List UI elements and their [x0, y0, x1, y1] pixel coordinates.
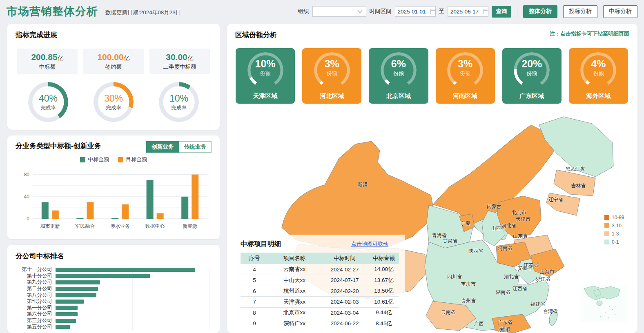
rank-label: 第三分公司	[16, 317, 56, 324]
ring-percent: 40%	[39, 93, 58, 104]
project-detail-overlay: 中标项目明细 点击地图可联动 序号项目名称中标时间中标金额 4云南省xx2024…	[235, 235, 405, 333]
region-card-海外区域[interactable]: 4%份额海外区域	[569, 48, 628, 104]
date-to-input[interactable]	[450, 9, 481, 15]
table-row[interactable]: 7天津滨xx2024-02-0310.61亿	[241, 297, 399, 308]
region-card-河南区域[interactable]: 3%份额河南区域	[436, 48, 495, 104]
period-label: 时间区间	[370, 8, 392, 15]
table-row[interactable]: 6杭州道xx2024-02-2013.50亿	[241, 286, 399, 297]
completion-ring-2: 30%完成率	[94, 82, 134, 122]
region-card-河北区域[interactable]: 3%份额河北区域	[302, 48, 361, 104]
svg-text:涉水业务: 涉水业务	[110, 223, 130, 229]
rank-bar	[56, 300, 84, 304]
map-legend-item: 3-10	[604, 223, 624, 229]
progress-panel: 指标完成进展 200.85亿中标额100.00亿签约额30.00亿二季度中标额 …	[7, 24, 220, 130]
column-header: 中标时间	[321, 253, 369, 264]
business-bar-chart: 04080城市更新军民融合涉水业务数据中心新能源	[16, 163, 212, 232]
table-cell: 2024-02-20	[321, 286, 369, 297]
rank-label: 第五分公司	[16, 324, 56, 331]
rank-label: 第六分公司	[16, 311, 56, 317]
table-row[interactable]: 5中山大xx2024-07-1713.67亿	[241, 275, 399, 286]
province-taiwan[interactable]	[548, 309, 559, 326]
table-cell: 2024-02-03	[321, 297, 369, 308]
bar-中标金额-军民融合	[76, 218, 83, 219]
map-legend-swatch	[604, 215, 609, 220]
table-cell: 2024-03-04	[321, 307, 369, 318]
project-table-title: 中标项目明细	[241, 240, 281, 249]
nav-button-2[interactable]: 投标分析	[563, 5, 597, 18]
rank-bar	[56, 268, 195, 272]
table-cell: 4	[241, 264, 268, 275]
stat-value: 30.00亿	[166, 52, 194, 62]
gauge-percent: 10%	[236, 58, 295, 70]
rank-row-10: 第五分公司	[16, 324, 212, 330]
legend-item: 目标金额	[118, 156, 147, 163]
region-card-天津区域[interactable]: 10%份额天津区域	[236, 48, 295, 104]
rank-row-7: 第一分公司	[16, 305, 212, 311]
rank-label: 第八分公司	[16, 292, 56, 299]
rank-track	[56, 279, 212, 286]
gauge-share-label: 份额	[369, 70, 428, 77]
ring-label: 完成率	[40, 104, 56, 111]
drilldown-note: 注：点击指标卡可下钻至明细页面	[550, 30, 629, 38]
rank-bar	[56, 274, 150, 278]
map-legend: 10-993-101-30-1	[604, 215, 624, 245]
gauge-region-name: 海外区域	[569, 92, 628, 100]
table-row[interactable]: 4云南省xx2024-02-2714.00亿	[241, 264, 399, 275]
bar-中标金额-涉水业务	[111, 218, 118, 219]
completion-ring-3: 10%完成率	[159, 82, 199, 122]
table-cell: 9.44亿	[369, 307, 399, 318]
bar-中标金额-数据中心	[147, 180, 154, 219]
ranking-panel-title: 分公司中标排名	[16, 251, 212, 261]
gauge-region-name: 河北区域	[302, 92, 361, 100]
table-cell: 中山大xx	[268, 275, 321, 286]
legend-item: 中标金额	[80, 156, 109, 163]
rank-label: 第十分公司	[16, 273, 56, 280]
date-from-field[interactable]	[395, 6, 436, 17]
rank-track	[56, 311, 212, 317]
gauge-share-label: 份额	[502, 70, 562, 77]
column-header: 中标金额	[369, 253, 399, 264]
region-card-广东区域[interactable]: 20%份额广东区域	[502, 48, 562, 104]
table-row[interactable]: 8北京市xx2024-03-049.44亿	[241, 307, 399, 318]
nav-button-3[interactable]: 中标分析	[603, 5, 637, 18]
legend-swatch	[118, 157, 123, 162]
table-row[interactable]: 9深特广xx2024-06-228.45亿	[241, 318, 399, 329]
org-select[interactable]	[312, 6, 366, 17]
tab-innovation[interactable]: 创新业务	[146, 141, 179, 153]
region-panel-title: 区域份额分析	[235, 30, 277, 40]
rank-bar	[56, 287, 98, 291]
map-legend-swatch	[604, 240, 609, 244]
gauge-region-name: 广东区域	[502, 92, 562, 100]
rank-label: 第十一分公司	[16, 266, 56, 273]
table-cell: 8	[241, 307, 268, 318]
nav-button-1[interactable]: 整体分析	[523, 5, 557, 18]
rank-row-6: 第七分公司	[16, 298, 212, 305]
svg-text:新能源: 新能源	[183, 223, 197, 229]
ring-label: 完成率	[106, 104, 121, 111]
tab-traditional[interactable]: 传统业务	[179, 141, 212, 153]
region-card-北京区域[interactable]: 6%份额北京区域	[369, 48, 428, 104]
province-xinjiang[interactable]	[282, 141, 433, 249]
rank-bar	[56, 293, 96, 297]
gauge-share-label: 份额	[302, 70, 361, 77]
province-liaoning[interactable]	[546, 193, 580, 215]
svg-text:40: 40	[24, 194, 30, 200]
bar-目标金额-数据中心	[157, 213, 164, 219]
svg-text:数据中心: 数据中心	[145, 223, 165, 229]
rank-row-8: 第六分公司	[16, 311, 212, 317]
date-from-input[interactable]	[398, 9, 429, 15]
chevron-down-icon	[357, 10, 363, 13]
stat-value: 100.00亿	[97, 52, 129, 62]
business-panel: 分业务类型中标额-创新业务 创新业务传统业务 中标金额目标金额 04080城市更…	[7, 135, 220, 239]
search-button[interactable]: 查询	[492, 6, 511, 18]
bar-目标金额-新能源	[192, 175, 198, 219]
table-cell: 10.61亿	[369, 297, 399, 308]
map-link-hint[interactable]: 点击地图可联动	[351, 240, 388, 248]
rank-track	[56, 286, 212, 292]
rank-track	[56, 292, 212, 298]
column-header: 序号	[241, 253, 268, 264]
rank-label: 第七分公司	[16, 298, 56, 305]
svg-text:城市更新: 城市更新	[40, 223, 60, 229]
stat-label: 二季度中标额	[163, 63, 196, 71]
date-to-field[interactable]	[448, 6, 488, 17]
